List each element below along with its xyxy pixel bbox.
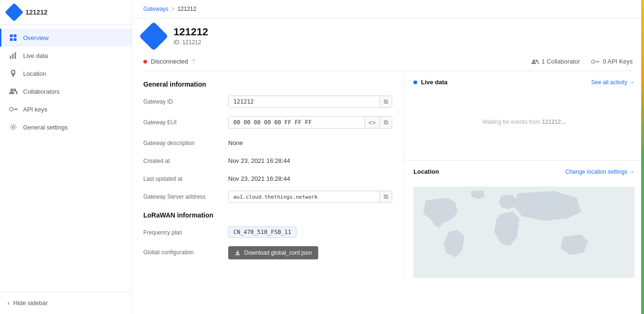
created-at-value: Nov 23, 2021 16:28:44 [228,155,392,164]
collaborators-count: 1 Collaborator [542,58,580,65]
svg-rect-1 [14,34,17,37]
sidebar-item-overview-label: Overview [23,34,49,41]
server-address-input[interactable] [229,192,380,202]
live-data-header: Live data See all activity → [413,79,635,86]
svg-rect-6 [15,52,16,59]
sidebar-footer: ‹ Hide sidebar [0,291,132,314]
breadcrumb: Gateways > 121212 [132,0,644,18]
sidebar-item-overview[interactable]: Overview [0,29,132,47]
waiting-text: Waiting for events from 121212... [482,119,565,125]
copy-eui-button[interactable]: ⧉ [380,117,392,128]
app-title: 121212 [25,8,48,16]
gateway-name: 121212 [173,26,208,38]
last-updated-value: Nov 23, 2021 16:28:44 [228,173,392,182]
svg-point-9 [9,107,13,111]
gear-icon [9,123,17,131]
last-updated-label: Last updated at [143,173,228,182]
sidebar-item-general-settings-label: General settings [23,124,68,131]
svg-rect-5 [12,54,14,59]
api-keys-status[interactable]: 0 API Keys [591,58,633,65]
grid-icon [9,33,17,42]
gateway-description-row: Gateway description None [143,137,392,146]
status-right: 1 Collaborator 0 API Keys [531,58,633,65]
col-right: Live data See all activity → Waiting for… [404,71,644,278]
location-panel: Location Change location settings → [404,161,644,278]
location-title: Location [413,168,439,175]
gateway-id-input-group: ⧉ [228,96,392,108]
gateway-id-value: ⧉ [228,96,392,108]
see-all-activity-link[interactable]: See all activity → [591,79,635,86]
help-icon[interactable]: ? [192,58,195,65]
download-config-button[interactable]: Download global_conf.json [228,246,318,259]
edge-indicator [641,0,644,314]
server-address-row: Gateway Server address ⧉ [143,191,392,203]
gateway-id-input[interactable] [229,96,380,107]
global-config-label: Global configuration [143,246,228,256]
collaborators-status[interactable]: 1 Collaborator [531,58,580,65]
live-data-title: Live data [413,79,447,86]
breadcrumb-separator: > [171,6,174,12]
frequency-plan-label: Frequency plan [143,226,228,236]
waiting-id: 121212... [542,119,566,125]
sidebar-item-live-data-label: Live data [23,52,48,59]
gateway-eui-label: Gateway EUI [143,116,228,126]
status-indicator [143,60,147,64]
download-btn-label: Download global_conf.json [244,250,312,256]
live-data-title-text: Live data [421,79,447,86]
frequency-plan-value: CN_470_510_FSB_11 [228,226,392,238]
svg-rect-4 [10,56,11,59]
svg-point-13 [592,60,595,63]
two-col-layout: General information Gateway ID ⧉ [132,71,644,278]
sidebar-header: 121212 [0,0,132,25]
general-info-title: General information [143,81,392,88]
frequency-plan-tag: CN_470_510_FSB_11 [228,226,297,238]
code-view-button[interactable]: <> [364,117,380,128]
change-location-link[interactable]: Change location settings → [565,169,635,175]
sidebar-item-collaborators[interactable]: Collaborators [0,82,132,100]
server-address-value: ⧉ [228,191,392,203]
live-data-dot [413,81,417,84]
gateway-header: 121212 ID: 121212 [132,18,644,54]
sidebar: 121212 Overview [0,0,132,314]
location-icon [9,69,17,78]
api-keys-count: 0 API Keys [603,58,633,65]
svg-point-11 [532,59,535,62]
gateway-eui-input[interactable] [229,117,364,128]
chart-icon [9,51,17,60]
created-at-row: Created at Nov 23, 2021 16:28:44 [143,155,392,164]
location-header: Location Change location settings → [413,168,635,175]
sidebar-item-collaborators-label: Collaborators [23,88,59,95]
location-map [413,186,635,278]
breadcrumb-parent[interactable]: Gateways [143,6,168,12]
breadcrumb-current: 121212 [177,6,196,12]
gateway-info: 121212 ID: 121212 [173,26,208,46]
live-data-panel: Live data See all activity → Waiting for… [404,71,644,161]
live-data-content: Waiting for events from 121212... [413,91,635,153]
main-content: Gateways > 121212 121212 ID: 121212 [132,0,644,314]
svg-rect-2 [10,38,13,41]
copy-server-address-button[interactable]: ⧉ [380,191,392,202]
server-address-input-group: ⧉ [228,191,392,203]
global-config-value: Download global_conf.json [228,246,392,259]
sidebar-item-live-data[interactable]: Live data [0,47,132,64]
sidebar-item-api-keys[interactable]: API keys [0,100,132,118]
sidebar-item-location[interactable]: Location [0,64,132,82]
sidebar-item-location-label: Location [23,70,46,77]
created-at-label: Created at [143,155,228,164]
svg-point-7 [10,89,13,91]
content-area: 121212 ID: 121212 Disconnected ? [132,18,644,314]
app-logo [5,3,24,22]
hide-sidebar-button[interactable]: ‹ Hide sidebar [8,299,124,306]
sidebar-item-general-settings[interactable]: General settings [0,118,132,136]
col-left: General information Gateway ID ⧉ [132,71,404,278]
gateway-eui-input-group: <> ⧉ [228,116,392,129]
status-text: Disconnected [151,58,188,65]
hide-sidebar-label: Hide sidebar [13,299,48,306]
gateway-logo [139,22,168,51]
collaborators-icon [9,87,17,96]
svg-point-10 [12,126,15,129]
gateway-icon-wrap [143,26,166,48]
copy-gateway-id-button[interactable]: ⧉ [380,96,392,107]
svg-rect-0 [10,34,13,37]
lorawan-section: LoRaWAN information Frequency plan CN_47… [143,211,392,259]
